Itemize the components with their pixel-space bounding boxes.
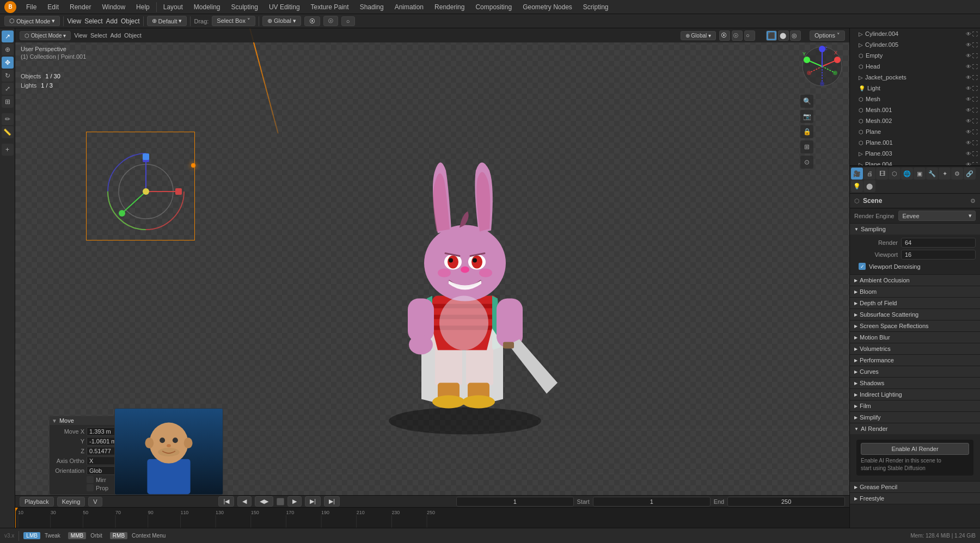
keying-btn[interactable]: Keying: [57, 497, 85, 507]
plane-cam-icon[interactable]: ⛶: [972, 129, 978, 135]
frame-current[interactable]: 1: [456, 497, 574, 507]
proportional-btn[interactable]: ○: [341, 16, 355, 26]
render-value[interactable]: 64: [901, 238, 976, 248]
section-il-header[interactable]: Indirect Lighting: [850, 389, 980, 400]
viewport-proportional[interactable]: ○: [744, 30, 755, 41]
viewport-overlay[interactable]: ⊙: [800, 156, 813, 169]
timeline-view-btn[interactable]: V: [88, 497, 102, 507]
outliner-item-plane001[interactable]: ⬡ Plane.001 👁 ⛶: [850, 137, 980, 148]
prop-tab-data[interactable]: 💡: [851, 180, 863, 192]
section-dof-header[interactable]: Depth of Field: [850, 298, 980, 308]
toolbar-add[interactable]: Add: [106, 17, 118, 25]
mode-dropdown[interactable]: ⬡ Object Mode ▾: [4, 16, 60, 26]
orientation-dropdown[interactable]: ⊕ Default ▾: [147, 16, 187, 26]
menu-shading[interactable]: Shading: [356, 2, 388, 12]
menu-edit[interactable]: Edit: [43, 2, 63, 12]
menu-sculpting[interactable]: Sculpting: [227, 2, 262, 12]
section-sampling-header[interactable]: Sampling: [850, 224, 980, 235]
plane001-cam-icon[interactable]: ⛶: [972, 140, 978, 146]
prop-tab-physics[interactable]: ⚙: [951, 168, 963, 180]
prop-tab-material[interactable]: ⬤: [863, 180, 875, 192]
step-fwd-btn[interactable]: ▶|: [305, 496, 321, 507]
mesh-vis-icon[interactable]: 👁: [966, 96, 971, 102]
stop-btn[interactable]: [277, 498, 284, 505]
cylinder005-cam-icon[interactable]: ⛶: [972, 42, 978, 48]
menu-file[interactable]: File: [22, 2, 41, 12]
prop-tab-output[interactable]: 🖨: [863, 168, 875, 180]
section-curves-header[interactable]: Curves: [850, 366, 980, 377]
plane001-vis-icon[interactable]: 👁: [966, 140, 971, 146]
measure-tool[interactable]: 📏: [2, 126, 14, 138]
section-ssr-header[interactable]: Screen Space Reflections: [850, 320, 980, 331]
prop-tab-object[interactable]: ▣: [914, 168, 926, 180]
section-bloom-header[interactable]: Bloom: [850, 286, 980, 297]
outliner-item-head[interactable]: ⬡ Head 👁 ⛶: [850, 61, 980, 72]
cylinder004-vis-icon[interactable]: 👁: [966, 31, 971, 37]
global-dropdown[interactable]: ⊕ Global ▾: [262, 16, 301, 26]
mirror-checkbox[interactable]: [87, 476, 94, 483]
section-film-header[interactable]: Film: [850, 400, 980, 411]
outliner-item-jacket[interactable]: ▷ Jacket_pockets 👁 ⛶: [850, 72, 980, 83]
select-tool[interactable]: ↗: [2, 30, 14, 42]
section-simplify-header[interactable]: Simplify: [850, 412, 980, 423]
viewport-snap[interactable]: ⦾: [732, 30, 743, 41]
menu-scripting[interactable]: Scripting: [579, 2, 613, 12]
viewport-mode-btn[interactable]: ⬡ Object Mode ▾: [20, 31, 71, 40]
plane004-vis-icon[interactable]: 👁: [966, 162, 971, 166]
section-freestyle-header[interactable]: Freestyle: [850, 493, 980, 504]
light-vis-icon[interactable]: 👁: [966, 85, 971, 91]
menu-animation[interactable]: Animation: [390, 2, 428, 12]
section-gp-header[interactable]: Grease Pencil: [850, 482, 980, 492]
section-mb-header[interactable]: Motion Blur: [850, 332, 980, 343]
pivot-btn[interactable]: ⦿: [304, 16, 320, 26]
menu-layout[interactable]: Layout: [159, 2, 187, 12]
enable-ai-render-btn[interactable]: Enable AI Render: [861, 443, 969, 455]
viewport-denoising-checkbox[interactable]: ✓: [859, 263, 866, 270]
outliner-item-mesh002[interactable]: ⬡ Mesh.002 👁 ⛶: [850, 115, 980, 126]
viewport-object[interactable]: Object: [124, 32, 142, 39]
prop-tab-scene[interactable]: ⬡: [889, 168, 901, 180]
empty-cam-icon[interactable]: ⛶: [972, 53, 978, 59]
viewport-lock[interactable]: 🔒: [800, 125, 813, 138]
prop-tab-render[interactable]: 🎥: [851, 168, 863, 180]
step-back-btn[interactable]: ◀: [237, 496, 252, 507]
mesh001-vis-icon[interactable]: 👁: [966, 107, 971, 113]
cylinder004-cam-icon[interactable]: ⛶: [972, 31, 978, 37]
select-box-dropdown[interactable]: Select Box ˅: [212, 16, 255, 26]
section-vol-header[interactable]: Volumetrics: [850, 343, 980, 354]
menu-geometry-nodes[interactable]: Geometry Nodes: [518, 2, 577, 12]
outliner-item-plane[interactable]: ⬡ Plane 👁 ⛶: [850, 126, 980, 137]
move-collapse-icon[interactable]: ▼: [52, 418, 57, 424]
plane003-vis-icon[interactable]: 👁: [966, 151, 971, 157]
prop-tab-modifier[interactable]: 🔧: [926, 168, 938, 180]
mesh002-vis-icon[interactable]: 👁: [966, 118, 971, 124]
toolbar-view[interactable]: View: [67, 17, 81, 25]
toolbar-select[interactable]: Select: [84, 17, 102, 25]
render-engine-dropdown[interactable]: Eevee ▾: [898, 211, 976, 221]
section-shadows-header[interactable]: Shadows: [850, 378, 980, 388]
viewport-grid[interactable]: ⊞: [800, 140, 813, 153]
outliner-item-empty[interactable]: ⬡ Empty 👁 ⛶: [850, 50, 980, 61]
menu-rendering[interactable]: Rendering: [430, 2, 469, 12]
mesh001-cam-icon[interactable]: ⛶: [972, 107, 978, 113]
proportional-checkbox[interactable]: [87, 484, 94, 491]
outliner-item-plane003[interactable]: ▷ Plane.003 👁 ⛶: [850, 148, 980, 159]
viewport-material-mode[interactable]: ⬤: [778, 30, 789, 41]
move-tool[interactable]: ✥: [2, 57, 14, 69]
jump-end-btn[interactable]: ▶|: [324, 496, 340, 507]
prop-tab-particles[interactable]: ✦: [939, 168, 951, 180]
outliner-item-cylinder005[interactable]: ▷ Cylinder.005 👁 ⛶: [850, 39, 980, 50]
light-cam-icon[interactable]: ⛶: [972, 85, 978, 91]
plane004-cam-icon[interactable]: ⛶: [972, 162, 978, 166]
cursor-tool[interactable]: ⊕: [2, 44, 14, 55]
section-ambient-occlusion-header[interactable]: Ambient Occlusion: [850, 275, 980, 286]
menu-render[interactable]: Render: [65, 2, 95, 12]
annotate-tool[interactable]: ✏: [2, 113, 14, 125]
viewport-options[interactable]: Options ˅: [810, 30, 845, 41]
mesh-cam-icon[interactable]: ⛶: [972, 96, 978, 102]
menu-uv-editing[interactable]: UV Editing: [265, 2, 304, 12]
viewport-select[interactable]: Select: [90, 32, 107, 39]
jump-start-btn[interactable]: |◀: [218, 496, 234, 507]
add-tool[interactable]: +: [2, 144, 14, 156]
scene-settings-icon[interactable]: ⚙: [970, 198, 976, 205]
